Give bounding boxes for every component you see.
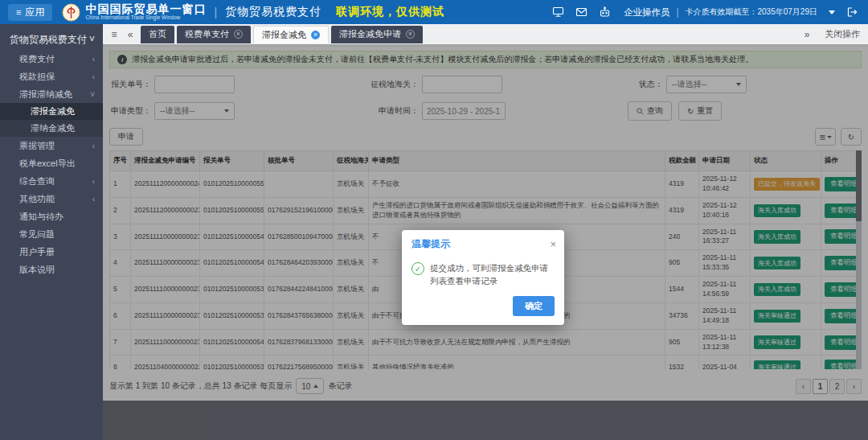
modal-title: 温馨提示 bbox=[411, 237, 450, 251]
chevron-down-icon[interactable] bbox=[829, 10, 835, 14]
tab-bar: ≡ « 首页 × 税费单支付 × bbox=[103, 24, 868, 47]
app-window: ≡ 应用 中国国际贸易单一窗口 China International Trad… bbox=[0, 0, 868, 440]
sidebar-item-label: 税单excel导出 bbox=[19, 158, 76, 170]
divider: | bbox=[676, 6, 678, 18]
sidebar-item-label: 票据管理 bbox=[19, 140, 55, 152]
env-notice: 联调环境，仅供测试 bbox=[336, 5, 444, 19]
sidebar-item[interactable]: 其他功能 ‹ bbox=[0, 190, 103, 208]
sidebar-root-label: 货物贸易税费支付 bbox=[10, 33, 87, 47]
scroll-tabs-right-icon[interactable]: » bbox=[799, 29, 815, 40]
sidebar-item-label: 版本说明 bbox=[19, 264, 55, 276]
sidebar-item[interactable]: 滞报滞纳减免 ˅ bbox=[0, 85, 103, 103]
modal-message: 提交成功，可到滞报金减免申请列表查看申请记录 bbox=[430, 261, 555, 288]
chevron-icon: ‹ bbox=[92, 55, 95, 64]
sidebar-item-label: 滞报滞纳减免 bbox=[19, 88, 72, 101]
sidebar-item[interactable]: 税款担保 ‹ bbox=[0, 68, 103, 85]
success-check-icon: ✓ bbox=[411, 262, 424, 275]
sidebar-item-label: 综合查询 bbox=[19, 175, 55, 187]
mail-icon[interactable] bbox=[575, 7, 588, 17]
sidebar-item-label: 用户手册 bbox=[19, 246, 55, 258]
close-tab-icon[interactable]: × bbox=[234, 30, 243, 39]
brand-title: 中国国际贸易单一窗口 bbox=[85, 4, 206, 14]
sidebar-item[interactable]: 版本说明 bbox=[0, 261, 103, 278]
tab-label: 首页 bbox=[149, 28, 166, 40]
sidebar-item-label: 通知与待办 bbox=[19, 211, 63, 223]
modal-footer: 确定 bbox=[402, 293, 564, 325]
sidebar-item[interactable]: 滞纳金减免 bbox=[0, 120, 103, 137]
sidebar-item-label: 税款担保 bbox=[19, 71, 55, 83]
tab[interactable]: 税费单支付 × bbox=[177, 26, 251, 43]
brand-logo bbox=[62, 3, 80, 22]
sidebar-item[interactable]: 用户手册 bbox=[0, 243, 103, 261]
tip-modal: 温馨提示 × ✓ 提交成功，可到滞报金减免申请列表查看申请记录 确定 bbox=[402, 230, 564, 325]
brand-text: 中国国际贸易单一窗口 China International Trade Sin… bbox=[85, 4, 206, 21]
tab[interactable]: 首页 × bbox=[141, 26, 174, 43]
sidebar-item[interactable]: 税费支付 ‹ bbox=[0, 50, 103, 68]
scroll-tabs-left-icon[interactable]: « bbox=[122, 29, 138, 40]
sidebar-item[interactable]: 滞报金减免 bbox=[0, 103, 103, 120]
monitor-icon[interactable] bbox=[552, 6, 564, 18]
sidebar-root-item[interactable]: 货物贸易税费支付 ˅ bbox=[0, 29, 103, 50]
close-operations-button[interactable]: 关闭操作 bbox=[825, 28, 860, 40]
tab-label: 滞报金减免申请 bbox=[339, 28, 401, 40]
tab[interactable]: 滞报金减免申请 × bbox=[331, 26, 423, 43]
confirm-button[interactable]: 确定 bbox=[513, 296, 555, 316]
chevron-down-icon: ˅ bbox=[89, 34, 95, 45]
sidebar-item[interactable]: 综合查询 ‹ bbox=[0, 172, 103, 190]
chevron-icon: ‹ bbox=[92, 195, 95, 204]
modal-body: ✓ 提交成功，可到滞报金减免申请列表查看申请记录 bbox=[402, 255, 564, 293]
logout-icon[interactable] bbox=[846, 6, 858, 18]
sidebar-item[interactable]: 税单excel导出 bbox=[0, 154, 103, 172]
modal-header: 温馨提示 × bbox=[402, 230, 564, 255]
user-role[interactable]: 企业操作员 bbox=[624, 6, 670, 19]
close-tab-icon[interactable]: × bbox=[406, 30, 415, 39]
app-menu-label: 应用 bbox=[25, 6, 44, 19]
robot-icon[interactable] bbox=[599, 6, 611, 18]
sidebar-item-label: 税费支付 bbox=[19, 53, 55, 65]
app-menu-button[interactable]: ≡ 应用 bbox=[8, 4, 52, 21]
chevron-icon: ‹ bbox=[92, 177, 95, 186]
menu-icon[interactable]: ≡ bbox=[106, 29, 122, 40]
module-title: 货物贸易税费支付 bbox=[225, 5, 321, 19]
chevron-icon: ˅ bbox=[90, 90, 95, 99]
chevron-icon: ‹ bbox=[92, 142, 95, 150]
brand: 中国国际贸易单一窗口 China International Trade Sin… bbox=[62, 3, 206, 22]
tab-label: 税费单支付 bbox=[185, 28, 229, 40]
chevron-icon: ‹ bbox=[92, 72, 95, 81]
sidebar-nav: 货物贸易税费支付 ˅ 税费支付 ‹ 税款担保 ‹ 滞报滞纳 bbox=[0, 24, 103, 440]
tab-label: 滞报金减免 bbox=[262, 29, 306, 41]
divider: | bbox=[214, 6, 217, 19]
hamburger-icon: ≡ bbox=[16, 7, 21, 17]
sidebar-item[interactable]: 票据管理 ‹ bbox=[0, 137, 103, 154]
sidebar-item-label: 滞报金减免 bbox=[31, 105, 75, 117]
top-header-bar: ≡ 应用 中国国际贸易单一窗口 China International Trad… bbox=[0, 0, 868, 24]
close-icon[interactable]: × bbox=[550, 239, 556, 249]
card-validity-text: 卡介质有效期截至：2035年07月29日 bbox=[686, 6, 818, 18]
sidebar-item[interactable]: 通知与待办 bbox=[0, 208, 103, 225]
sidebar-item[interactable]: 常见问题 bbox=[0, 225, 103, 243]
tab[interactable]: 滞报金减免 × bbox=[253, 26, 329, 43]
close-tab-icon[interactable]: × bbox=[311, 31, 320, 39]
sidebar-item-label: 其他功能 bbox=[19, 193, 55, 205]
sidebar-item-label: 常见问题 bbox=[19, 228, 55, 241]
brand-subtitle: China International Trade Single Window bbox=[85, 14, 206, 21]
content-area: i 滞报金减免申请审批通过后，若申请减免的滞报金未支付，请前往【税费单支付-未支… bbox=[103, 47, 868, 440]
sidebar-item-label: 滞纳金减免 bbox=[31, 122, 75, 134]
